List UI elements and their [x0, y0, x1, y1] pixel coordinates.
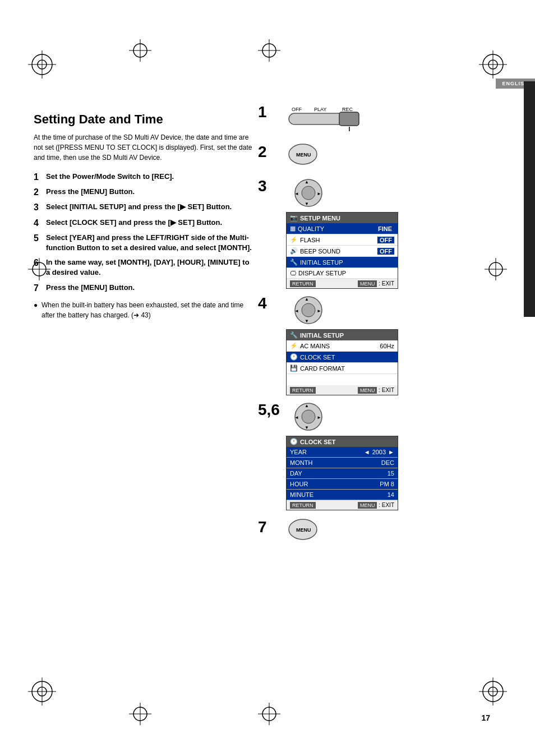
intro-text: At the time of purchase of the SD Multi … [34, 132, 252, 163]
setup-menu-screen: 📷 SETUP MENU ▦ QUALITY FINE ⚡ FLASH OFF [286, 212, 510, 289]
svg-point-49 [302, 303, 315, 317]
clock-set-header: 🕐 CLOCK SET [287, 436, 398, 447]
flash-icon: ⚡ [290, 236, 298, 243]
cross-mark-top-l [129, 39, 151, 62]
corner-mark-bl [28, 677, 56, 706]
menu-exit-label: MENU : EXIT [358, 280, 394, 287]
beep-value: OFF [377, 248, 394, 255]
page-title: Setting Date and Time [34, 112, 252, 127]
month-value: DEC [381, 459, 394, 466]
initial-setup-header: 🔧 INITIAL SETUP [287, 330, 398, 340]
initial-row-acmains: ⚡ AC MAINS 60Hz [287, 340, 398, 352]
initial-setup-menu-box: 🔧 INITIAL SETUP ⚡ AC MAINS 60Hz 🕐 CLOCK … [286, 329, 398, 395]
flash-value: OFF [377, 237, 394, 243]
clock-row-year: YEAR ◄ 2003 ► [287, 447, 398, 458]
svg-text:PLAY: PLAY [314, 107, 326, 112]
step-text-1: Set the Power/Mode Switch to [REC]. [46, 172, 174, 182]
acmains-label: ⚡ AC MAINS [290, 342, 330, 349]
initial-setup-title: INITIAL SETUP [300, 332, 344, 339]
minute-label: MINUTE [290, 491, 313, 498]
year-right-arrow: ► [388, 449, 394, 455]
clockset-label: 🕐 CLOCK SET [290, 353, 335, 361]
step2-diagram: 2 MENU [275, 143, 510, 167]
initial-menu-exit: MENU : EXIT [358, 387, 394, 393]
step-num-2: 2 [34, 187, 46, 197]
step-text-7: Press the [MENU] Button. [46, 283, 135, 293]
step-text-6: In the same way, set [MONTH], [DAY], [HO… [46, 257, 252, 278]
step-num-5: 5 [34, 233, 46, 243]
switch-diagram: OFF PLAY REC [286, 103, 510, 133]
menu-btn: MENU [358, 280, 377, 287]
svg-text:▼: ▼ [305, 201, 309, 206]
initial-spacer [287, 374, 398, 385]
right-step-num-1: 1 [258, 103, 267, 121]
step-6: 6 In the same way, set [MONTH], [DAY], [… [34, 257, 252, 278]
setup-menu-box: 📷 SETUP MENU ▦ QUALITY FINE ⚡ FLASH OFF [286, 212, 398, 289]
right-step-num-4: 4 [258, 294, 267, 312]
step1-diagram: 1 OFF PLAY REC [275, 103, 510, 133]
beep-label: 🔊 BEEP SOUND [290, 247, 340, 255]
cardformat-label: 💾 CARD FORMAT [290, 365, 345, 372]
initial-setup-menu-screen: 🔧 INITIAL SETUP ⚡ AC MAINS 60Hz 🕐 CLOCK … [286, 329, 510, 395]
menu-button-svg: MENU [286, 143, 331, 165]
step-5: 5 Select [YEAR] and press the LEFT/RIGHT… [34, 233, 252, 253]
plug-icon: ⚡ [290, 342, 298, 349]
cross-mark-bottom-c [258, 703, 280, 725]
clock-exit-text: EXIT [382, 502, 394, 508]
clock-set-icon: 🕐 [290, 438, 298, 445]
menu-button-diagram: MENU [286, 143, 510, 167]
step4-controls: ▲ ▼ ◄ ► [286, 294, 510, 327]
clock-row-day: DAY 15 [287, 468, 398, 479]
clock-set-menu-screen: 🕐 CLOCK SET YEAR ◄ 2003 ► MONTH DEC [286, 436, 510, 510]
exit-text: EXIT [382, 280, 394, 287]
camera-icon: 📷 [290, 214, 298, 222]
year-left-arrow: ◄ [364, 449, 370, 455]
corner-mark-br [479, 677, 507, 706]
year-value: 2003 [372, 449, 386, 455]
note: ● When the built-in battery has been exh… [34, 300, 252, 320]
step-2: 2 Press the [MENU] Button. [34, 187, 252, 197]
clock-row-month: MONTH DEC [287, 458, 398, 468]
right-content: 1 OFF PLAY REC 2 MENU [275, 101, 510, 542]
step-4: 4 Select [CLOCK SET] and press the [▶ SE… [34, 218, 252, 228]
step-num-7: 7 [34, 283, 46, 293]
display-icon: 🖵 [290, 270, 296, 276]
step56-controls: ▲ ▼ ◄ ► [286, 401, 510, 434]
corner-mark-tr [479, 50, 507, 79]
day-label: DAY [290, 470, 302, 477]
hour-label: HOUR [290, 481, 308, 487]
initial-row-clockset: 🕐 CLOCK SET [287, 352, 398, 363]
setup-menu-row-quality: ▦ QUALITY FINE [287, 223, 398, 234]
svg-text:►: ► [317, 308, 321, 314]
svg-text:◄: ◄ [294, 191, 299, 196]
initial-return-btn: RETURN [290, 387, 316, 394]
corner-mark-tl [28, 50, 56, 79]
step-num-3: 3 [34, 202, 46, 213]
hour-value: PM 8 [380, 481, 394, 487]
svg-text:►: ► [317, 415, 321, 420]
sidebar-bar [524, 81, 535, 317]
svg-text:OFF: OFF [292, 107, 302, 112]
cross-mark-top-c [258, 39, 280, 62]
right-step-num-2: 2 [258, 143, 267, 161]
svg-text:▲: ▲ [305, 179, 309, 185]
right-step-num-56: 5,6 [258, 401, 280, 419]
step-text-2: Press the [MENU] Button. [46, 187, 135, 197]
step-num-1: 1 [34, 172, 46, 182]
quality-value: FINE [376, 225, 394, 232]
initial-return-label: RETURN [290, 387, 316, 393]
svg-text:◄: ◄ [294, 415, 299, 420]
steps-container: 1 Set the Power/Mode Switch to [REC]. 2 … [34, 172, 252, 293]
initial-exit-text: EXIT [382, 387, 394, 393]
step-text-5: Select [YEAR] and press the LEFT/RIGHT s… [46, 233, 252, 253]
step7-diagram: 7 MENU [275, 518, 510, 542]
minute-value: 14 [388, 491, 394, 498]
svg-rect-38 [339, 112, 359, 126]
right-step-num-3: 3 [258, 177, 267, 195]
svg-text:►: ► [317, 191, 321, 196]
setup-menu-row-display: 🖵 DISPLAY SETUP [287, 268, 398, 279]
left-content: Setting Date and Time At the time of pur… [34, 112, 252, 320]
note-text: When the built-in battery has been exhau… [41, 300, 252, 320]
setup-menu-title: SETUP MENU [300, 215, 340, 222]
svg-text:MENU: MENU [296, 527, 311, 533]
